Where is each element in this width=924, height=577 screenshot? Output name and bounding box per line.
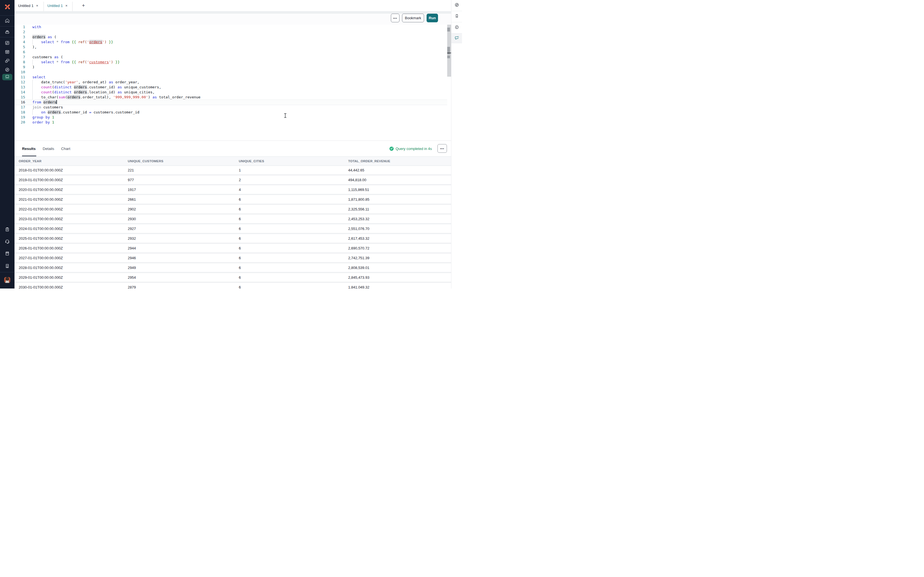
check-circle-icon	[389, 147, 394, 151]
code-token-p: .location_id)	[87, 90, 118, 94]
table-cell: 2,742,751.39	[348, 254, 369, 262]
table-cell: 1,841,049.32	[348, 283, 369, 288]
table-cell: 2930	[128, 214, 136, 223]
code-token-r: )	[104, 40, 107, 44]
query-status-text: Query completed in 4s	[396, 147, 432, 151]
line-number: 11	[15, 75, 25, 80]
table-row[interactable]: 2024-01-01T00:00:00.000Z292762,551,076.7…	[15, 224, 451, 234]
code-token-b: }}	[109, 40, 113, 44]
editor-scrollbar[interactable]	[447, 25, 451, 77]
sidebar-item-notebook-active[interactable]	[2, 74, 12, 80]
code-token-s: '	[87, 60, 89, 64]
table-row[interactable]: 2021-01-01T00:00:00.000Z266161,871,800.8…	[15, 195, 451, 205]
new-tab-button[interactable]: +	[78, 0, 89, 11]
close-icon[interactable]: ✕	[36, 4, 38, 7]
code-token-p: unique_customers,	[122, 85, 161, 89]
code-token-p: customers.customer_id	[91, 110, 139, 114]
explore-button[interactable]	[451, 0, 462, 11]
table-row[interactable]: 2018-01-01T00:00:00.000Z221144,442.65	[15, 166, 451, 176]
sidebar-divider	[0, 37, 15, 37]
line-number: 4	[15, 40, 25, 45]
tab-chart[interactable]: Chart	[61, 141, 70, 156]
line-number: 10	[15, 70, 25, 75]
code-token-p	[32, 110, 41, 114]
table-row[interactable]: 2022-01-01T00:00:00.000Z290262,325,556.1…	[15, 205, 451, 214]
run-button[interactable]: Run	[426, 14, 438, 22]
sql-editor[interactable]: 1with23orders as (4 select * from {{ ref…	[15, 24, 447, 128]
sidebar-item-docs[interactable]	[0, 251, 15, 256]
table-cell: 6	[239, 283, 241, 288]
close-icon[interactable]: ✕	[65, 4, 68, 7]
tab-untitled-1[interactable]: Untitled 1 ✕	[15, 0, 44, 11]
code-token-shl: orders	[89, 40, 102, 44]
ai-assistant-button[interactable]	[451, 34, 462, 43]
tab-results[interactable]: Results	[22, 141, 36, 156]
sidebar-item-explore[interactable]	[0, 67, 15, 73]
table-row[interactable]: 2019-01-01T00:00:00.000Z9772494,818.00	[15, 176, 451, 185]
table-row[interactable]: 2030-01-01T00:00:00.000Z287961,841,049.3…	[15, 283, 451, 288]
code-token-sul: customers	[89, 60, 109, 64]
table-row[interactable]: 2026-01-01T00:00:00.000Z294462,690,570.7…	[15, 244, 451, 254]
results-more-button[interactable]: •••	[438, 144, 447, 153]
tab-untitled-2[interactable]: Untitled 1 ✕	[44, 0, 72, 11]
sidebar-item-code-browser[interactable]	[0, 49, 15, 55]
results-table-header: ORDER_YEARUNIQUE_CUSTOMERSUNIQUE_CITIEST…	[15, 156, 451, 166]
sidebar-item-tasks[interactable]	[0, 227, 15, 232]
code-token-p	[69, 60, 72, 64]
code-line-12: 12 date_trunc('year', ordered_at) as ord…	[15, 80, 447, 85]
code-token-p: .order_total),	[80, 95, 113, 99]
table-cell: 2022-01-01T00:00:00.000Z	[19, 205, 63, 214]
line-number: 3	[15, 35, 25, 40]
line-number: 1	[15, 24, 25, 29]
sidebar-item-projects[interactable]	[0, 40, 15, 46]
table-cell: 2,617,453.32	[348, 234, 369, 243]
table-row[interactable]: 2020-01-01T00:00:00.000Z191741,115,869.5…	[15, 185, 451, 195]
code-token-p	[54, 40, 57, 44]
code-token-hl: orders	[74, 90, 87, 94]
table-cell: 2949	[128, 263, 136, 272]
sidebar-item-collections[interactable]	[0, 29, 15, 35]
tab-label: Untitled 1	[18, 3, 34, 8]
user-avatar[interactable]	[4, 277, 10, 283]
column-header-unique_customers[interactable]: UNIQUE_CUSTOMERS	[128, 157, 163, 166]
code-token-p	[45, 110, 48, 114]
sidebar-item-support[interactable]	[0, 239, 15, 244]
code-line-16: 16from orders	[15, 100, 447, 105]
table-cell: 221	[128, 166, 134, 174]
code-token-k: distinct	[54, 90, 72, 94]
bookmarks-button[interactable]	[451, 11, 462, 22]
table-row[interactable]: 2027-01-01T00:00:00.000Z294662,742,751.3…	[15, 254, 451, 263]
table-row[interactable]: 2025-01-01T00:00:00.000Z293262,617,453.3…	[15, 234, 451, 244]
table-row[interactable]: 2028-01-01T00:00:00.000Z294962,808,539.0…	[15, 263, 451, 273]
table-cell: 2018-01-01T00:00:00.000Z	[19, 166, 63, 174]
line-number: 14	[15, 90, 25, 95]
text-caret	[57, 100, 57, 104]
code-line-3: 3orders as (	[15, 35, 447, 40]
sidebar-item-home[interactable]	[0, 18, 15, 23]
line-number: 20	[15, 120, 25, 125]
table-row[interactable]: 2029-01-01T00:00:00.000Z295462,845,473.9…	[15, 273, 451, 283]
history-button[interactable]	[451, 22, 462, 34]
bookmark-button[interactable]: Bookmark	[402, 14, 424, 22]
table-cell: 6	[239, 244, 241, 253]
hex-app-window: Untitled 1 ✕ Untitled 1 ✕ + ••• Bookmark…	[0, 0, 462, 288]
line-number: 16	[15, 100, 25, 105]
code-token-p: order_year,	[113, 80, 139, 84]
table-cell: 2,453,253.32	[348, 214, 369, 223]
table-cell: 2025-01-01T00:00:00.000Z	[19, 234, 63, 243]
column-header-total_order_revenue[interactable]: TOTAL_ORDER_REVENUE	[348, 157, 390, 166]
column-header-unique_cities[interactable]: UNIQUE_CITIES	[239, 157, 264, 166]
clock-icon	[454, 25, 459, 31]
tab-details[interactable]: Details	[43, 141, 54, 156]
code-token-k: from	[32, 100, 41, 104]
column-header-order_year[interactable]: ORDER_YEAR	[19, 157, 42, 166]
table-cell: 2020-01-01T00:00:00.000Z	[19, 185, 63, 194]
table-cell: 2932	[128, 234, 136, 243]
hex-logo-icon[interactable]	[3, 3, 11, 11]
table-row[interactable]: 2023-01-01T00:00:00.000Z293062,453,253.3…	[15, 214, 451, 224]
sidebar-item-organization[interactable]	[0, 263, 15, 269]
sidebar-item-apps[interactable]	[0, 58, 15, 64]
code-token-p: .customer_id)	[87, 85, 118, 89]
table-cell: 2029-01-01T00:00:00.000Z	[19, 273, 63, 282]
more-options-button[interactable]: •••	[391, 14, 399, 22]
